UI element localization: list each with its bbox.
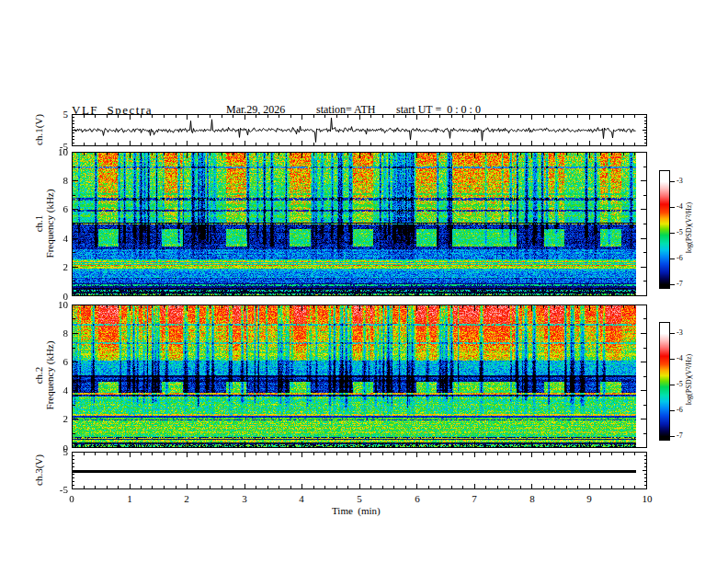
colorbar-tick-label: -3 <box>677 178 683 185</box>
y-tick-label: 8 <box>44 176 68 186</box>
colorbar-tick-label: -6 <box>677 255 683 262</box>
colorbar-tick <box>670 207 675 208</box>
x-tick-label: 2 <box>173 494 200 504</box>
x-tick-label: 5 <box>346 494 373 504</box>
ch1-voltage-waveform-plot <box>72 114 647 146</box>
ch2-colorbar <box>659 322 670 441</box>
y-tick-label: 4 <box>44 385 68 396</box>
y-tick-label: 2 <box>44 414 68 424</box>
colorbar-tick <box>670 359 675 360</box>
y-tick-label: 4 <box>44 234 68 244</box>
colorbar-tick-label: -4 <box>677 203 683 211</box>
ch1-axis-title: ch.1 <box>33 150 44 297</box>
time-axis-title: Time (min) <box>332 505 381 516</box>
y-tick-label: 6 <box>44 204 68 214</box>
y-tick-label: 5 <box>44 109 68 120</box>
colorbar-tick <box>670 385 675 385</box>
x-tick-label: 1 <box>116 494 143 504</box>
x-tick-label: 8 <box>518 494 546 504</box>
ch2-spectrogram-plot <box>72 304 647 448</box>
colorbar-tick <box>670 284 675 285</box>
y-tick-label: 2 <box>44 262 68 272</box>
colorbar-tick-label: -5 <box>677 229 683 236</box>
x-tick-label: 6 <box>404 494 431 504</box>
ch3-voltage-axis-title: ch.3(V) <box>33 396 44 544</box>
colorbar-tick <box>670 181 675 182</box>
y-tick-label: 10 <box>44 300 68 310</box>
ch1-colorbar-title: log(PSD)(V²/Hz) <box>685 168 693 288</box>
colorbar-tick-label: -4 <box>677 355 683 362</box>
colorbar-tick-label: -6 <box>677 407 683 414</box>
colorbar-tick-label: -5 <box>677 381 683 388</box>
colorbar-tick <box>670 436 675 437</box>
x-tick-label: 4 <box>288 494 315 504</box>
ch1-spectrogram-plot <box>72 152 647 296</box>
colorbar-tick <box>670 410 675 411</box>
colorbar-tick-label: -7 <box>677 281 683 288</box>
x-tick-label: 7 <box>461 494 488 504</box>
colorbar-tick <box>670 233 675 234</box>
colorbar-tick <box>670 333 675 334</box>
y-tick-label: 6 <box>44 357 68 367</box>
x-tick-label: 9 <box>575 494 603 504</box>
ch3-voltage-waveform-plot <box>72 452 647 489</box>
colorbar-tick-label: -3 <box>677 329 683 337</box>
colorbar-tick <box>670 259 675 259</box>
y-tick-label: 8 <box>44 328 68 339</box>
x-tick-label: 0 <box>58 494 85 504</box>
x-tick-label: 3 <box>231 494 258 504</box>
ch2-colorbar-title: log(PSD)(V²/Hz) <box>685 320 693 440</box>
ch2-frequency-axis-title: Frequency (kHz) <box>44 302 55 449</box>
ch1-frequency-axis-title: Frequency (kHz) <box>44 150 55 297</box>
colorbar-tick-label: -7 <box>677 432 683 440</box>
y-tick-label: 0 <box>44 443 68 454</box>
x-tick-label: 10 <box>633 494 661 504</box>
vlf-spectra-figure: VLF Spectra Mar.29, 2026 station= ATH st… <box>0 0 728 563</box>
y-tick-label: 10 <box>44 147 68 157</box>
ch1-colorbar <box>659 170 670 289</box>
